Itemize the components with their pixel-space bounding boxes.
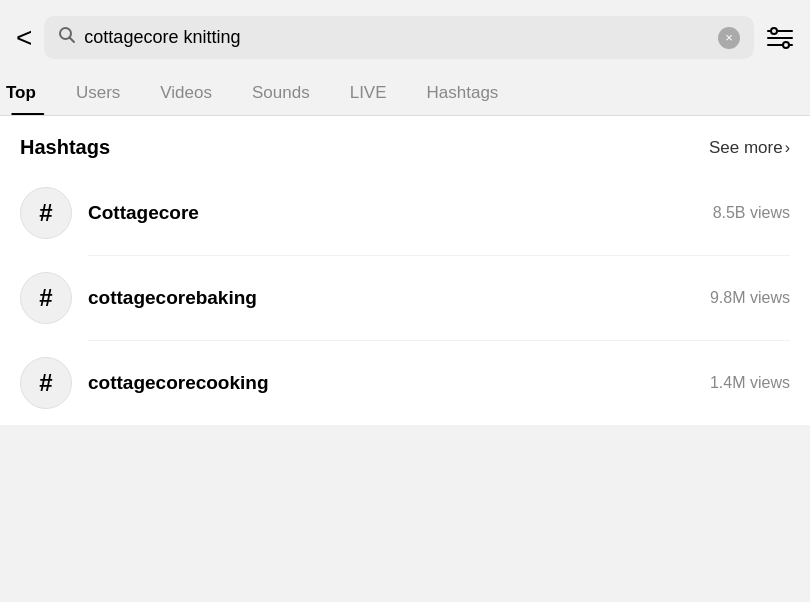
hashtag-views: 9.8M views [710, 289, 790, 307]
search-icon [58, 26, 76, 49]
search-bar: × [44, 16, 754, 59]
tab-videos[interactable]: Videos [140, 71, 232, 115]
hashtag-item[interactable]: # cottagecorecooking 1.4M views [0, 341, 810, 425]
hash-icon: # [20, 272, 72, 324]
svg-point-6 [783, 42, 789, 48]
see-more-label: See more [709, 138, 783, 158]
back-button[interactable]: < [16, 24, 32, 52]
clear-button[interactable]: × [718, 27, 740, 49]
see-more-button[interactable]: See more › [709, 138, 790, 158]
clear-icon: × [725, 30, 733, 45]
tab-users[interactable]: Users [56, 71, 140, 115]
see-more-chevron-icon: › [785, 139, 790, 157]
content-area: Hashtags See more › # Cottagecore 8.5B v… [0, 116, 810, 425]
hash-icon: # [20, 187, 72, 239]
hashtag-views: 1.4M views [710, 374, 790, 392]
tabs-bar: Top Users Videos Sounds LIVE Hashtags [0, 71, 810, 116]
filter-button[interactable] [766, 27, 794, 49]
hashtag-item[interactable]: # cottagecorebaking 9.8M views [0, 256, 810, 340]
search-input[interactable] [84, 27, 710, 48]
hashtag-name: cottagecorecooking [88, 372, 694, 394]
hash-icon: # [20, 357, 72, 409]
hashtags-section-title: Hashtags [20, 136, 110, 159]
tab-hashtags[interactable]: Hashtags [407, 71, 519, 115]
svg-line-1 [70, 38, 75, 43]
hashtag-item[interactable]: # Cottagecore 8.5B views [0, 171, 810, 255]
tab-top[interactable]: Top [0, 71, 56, 115]
svg-point-5 [771, 28, 777, 34]
hashtags-section-header: Hashtags See more › [0, 116, 810, 171]
hashtag-views: 8.5B views [713, 204, 790, 222]
hashtag-name: Cottagecore [88, 202, 697, 224]
tab-live[interactable]: LIVE [330, 71, 407, 115]
tab-sounds[interactable]: Sounds [232, 71, 330, 115]
hashtag-name: cottagecorebaking [88, 287, 694, 309]
header: < × [0, 0, 810, 71]
